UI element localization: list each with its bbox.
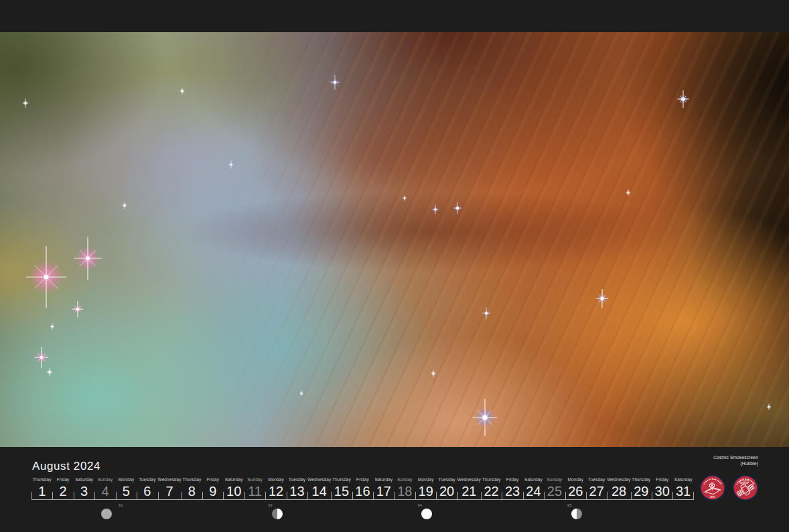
day-cell-22: Thursday22: [481, 476, 502, 499]
star: [596, 289, 608, 308]
day-cell-23: Friday23: [502, 476, 522, 499]
weekday-label: Friday: [52, 476, 73, 482]
star: [47, 368, 52, 376]
star: [26, 246, 66, 308]
day-cell-3: Saturday3: [74, 476, 94, 499]
date-number: 12: [265, 482, 286, 499]
day-cell-15: Thursday15: [331, 476, 352, 499]
date-number: 25: [544, 482, 565, 499]
weekday-label: Saturday: [373, 476, 394, 482]
day-cell-7: Wednesday7: [158, 476, 182, 499]
weekday-label: Monday: [265, 476, 286, 482]
date-number: 9: [202, 482, 223, 499]
month-title: August 2024: [32, 460, 100, 472]
week-number: 32: [119, 503, 123, 507]
day-cell-24: Saturday24: [523, 476, 544, 499]
day-cell-18: Sunday18: [394, 476, 415, 499]
date-number: 21: [457, 482, 481, 499]
weekday-label: Wednesday: [457, 476, 481, 482]
star: [22, 98, 28, 108]
day-cell-26: Monday26: [565, 476, 586, 499]
day-cell-1: Thursday1: [31, 476, 52, 499]
svg-text:jwst: jwst: [709, 495, 715, 499]
star: [767, 404, 772, 410]
photo-caption: Cosmic Smokescreen (Hubble): [713, 455, 758, 467]
weekday-label: Saturday: [74, 476, 94, 482]
weekday-label: Sunday: [544, 476, 565, 482]
weekday-label: Saturday: [672, 476, 693, 482]
star: [72, 301, 83, 317]
date-number: 20: [436, 482, 457, 499]
date-number: 2: [52, 482, 73, 499]
star: [453, 202, 461, 214]
weekday-label: Saturday: [523, 476, 544, 482]
weekday-label: Tuesday: [436, 476, 457, 482]
day-cell-5: Monday5: [116, 476, 137, 499]
weekday-label: Saturday: [223, 476, 244, 482]
day-cell-19: Monday19: [415, 476, 436, 499]
weekday-label: Wednesday: [307, 476, 331, 482]
date-number: 15: [331, 482, 352, 499]
date-number: 30: [652, 482, 672, 499]
weekday-label: Friday: [652, 476, 672, 482]
date-number: 5: [116, 482, 137, 499]
day-cell-9: Friday9: [202, 476, 223, 499]
weekday-label: Tuesday: [586, 476, 607, 482]
date-number: 7: [158, 482, 182, 499]
date-row: Thursday1Friday2Saturday3Sunday4Monday5T…: [31, 476, 694, 500]
day-cell-6: Tuesday6: [137, 476, 157, 499]
nebula-photo: [0, 32, 789, 447]
weekday-label: Friday: [502, 476, 522, 482]
date-number: 1: [31, 482, 52, 499]
day-cell-21: Wednesday21: [457, 476, 481, 499]
date-number: 17: [373, 482, 394, 499]
star: [330, 75, 340, 90]
date-number: 24: [523, 482, 544, 499]
star: [35, 347, 49, 368]
date-number: 16: [352, 482, 373, 499]
day-cell-20: Tuesday20: [436, 476, 457, 499]
day-cell-4: Sunday4: [94, 476, 115, 499]
star: [74, 237, 102, 280]
mission-stamps: jwst hubble: [699, 474, 759, 501]
weekday-label: Monday: [565, 476, 586, 482]
day-cell-11: Sunday11: [244, 476, 265, 499]
date-number: 29: [631, 482, 652, 499]
star: [626, 189, 631, 196]
day-cell-10: Saturday10: [223, 476, 244, 499]
week-number: 35: [567, 503, 572, 507]
day-cell-28: Wednesday28: [607, 476, 630, 499]
weekday-label: Friday: [352, 476, 373, 482]
hubble-stamp-icon: hubble: [732, 474, 759, 501]
star: [123, 202, 127, 209]
star: [432, 205, 438, 214]
date-number: 3: [74, 482, 94, 499]
star: [403, 195, 407, 201]
moon-phase-first-quarter-icon: [272, 509, 283, 519]
top-margin-bar: [0, 0, 789, 32]
weekday-label: Wednesday: [158, 476, 182, 482]
weekday-label: Monday: [116, 476, 137, 482]
weekday-label: Thursday: [182, 476, 202, 482]
day-cell-29: Thursday29: [631, 476, 652, 499]
day-cell-2: Friday2: [52, 476, 73, 499]
star: [180, 88, 185, 94]
star: [678, 90, 689, 108]
day-cell-17: Saturday17: [373, 476, 394, 499]
day-cell-16: Friday16: [352, 476, 373, 499]
date-number: 23: [502, 482, 522, 499]
weekday-label: Friday: [202, 476, 223, 482]
weekday-label: Thursday: [31, 476, 52, 482]
date-number: 8: [182, 482, 202, 499]
week-number: 33: [268, 503, 273, 507]
calendar-strip: August 2024 Cosmic Smokescreen (Hubble) …: [0, 447, 789, 532]
day-cell-14: Wednesday14: [307, 476, 331, 499]
date-number: 18: [394, 482, 415, 499]
weekday-label: Tuesday: [287, 476, 307, 482]
weekday-label: Thursday: [331, 476, 352, 482]
moon-phase-new-icon: [101, 509, 112, 519]
star: [431, 370, 436, 377]
svg-text:hubble: hubble: [741, 481, 748, 484]
week-number: 34: [417, 503, 422, 507]
stars-overlay: [0, 32, 789, 447]
